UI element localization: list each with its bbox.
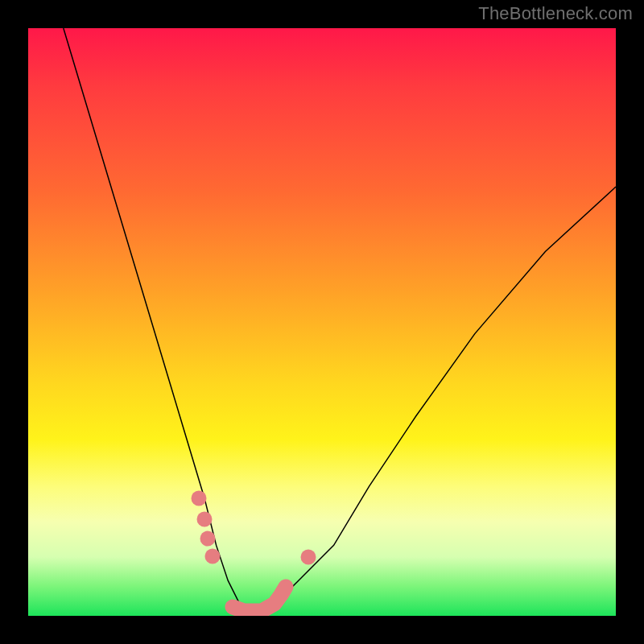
marker-dot [200,531,216,547]
watermark-text: TheBottleneck.com [478,3,633,24]
chart-frame: TheBottleneck.com [0,0,644,644]
marker-dot [301,550,316,565]
marker-dot [197,512,213,527]
plot-area [28,28,616,616]
chart-svg [28,28,616,616]
marker-dot [192,491,207,506]
highlighted-valley-segment [233,587,286,611]
marker-dot [205,549,221,564]
bottleneck-curve [64,28,616,616]
